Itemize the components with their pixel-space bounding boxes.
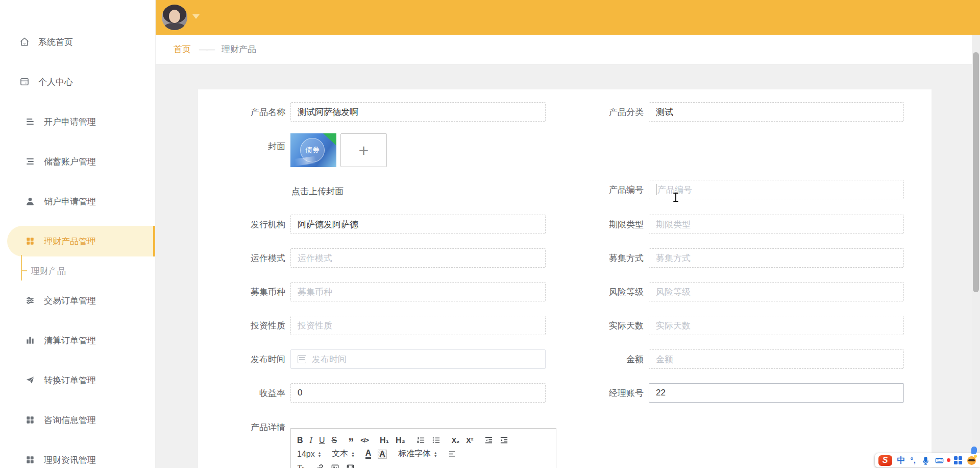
highlight-color-button[interactable]: A [378, 450, 387, 459]
outdent-icon[interactable] [484, 436, 493, 444]
avatar[interactable] [162, 5, 187, 30]
text-style-select[interactable]: 文本 [332, 449, 354, 459]
code-button[interactable]: </> [360, 437, 369, 443]
issuer-input[interactable]: 阿萨德发阿萨德 [290, 215, 546, 234]
operation-mode-field: 运作模式 运作模式 [198, 248, 546, 268]
updown-arrows-icon [352, 451, 354, 457]
subscript-button[interactable]: X₂ [452, 437, 460, 444]
term-type-input[interactable]: 期限类型 [649, 215, 904, 234]
ime-pin-icon [971, 447, 977, 454]
sidebar-item-conversion-orders[interactable]: 转换订单管理 [0, 360, 155, 400]
updown-arrows-icon [434, 451, 437, 457]
investment-nature-input[interactable]: 投资性质 [290, 316, 546, 335]
sidebar-subitem-wealth-product[interactable]: 理财产品 [0, 261, 155, 280]
heading2-button[interactable]: H₂ [396, 436, 405, 444]
raise-currency-input[interactable]: 募集币种 [290, 282, 546, 301]
amount-input[interactable]: 金额 [649, 349, 904, 369]
clear-format-sub: x [302, 465, 304, 468]
image-icon[interactable] [331, 463, 339, 468]
sidebar-item-label: 个人中心 [38, 76, 73, 88]
align-icon[interactable] [448, 450, 456, 458]
top-header [156, 0, 980, 35]
scrollbar-thumb[interactable] [973, 52, 979, 292]
field-label: 期限类型 [556, 219, 644, 230]
cover-thumbnail[interactable]: 债券 [290, 133, 336, 167]
sidebar-item-wealth-product-mgmt[interactable]: 理财产品管理 [0, 221, 155, 261]
grid-icon [24, 235, 36, 247]
input-value: 22 [656, 388, 666, 398]
underline-button[interactable]: U [319, 436, 325, 444]
risk-level-input[interactable]: 风险等级 [649, 282, 904, 301]
field-label: 募集方式 [556, 252, 644, 264]
sidebar: 系统首页 个人中心 开户申请管理 储蓄账户管理 [0, 0, 156, 468]
field-label: 募集币种 [198, 286, 285, 298]
input-placeholder: 期限类型 [656, 219, 691, 230]
link-icon[interactable] [315, 463, 324, 468]
field-label: 投资性质 [198, 320, 285, 332]
sidebar-item-label: 转换订单管理 [44, 375, 96, 386]
superscript-button[interactable]: X² [466, 437, 473, 444]
breadcrumb-separator: —— [199, 44, 213, 55]
sidebar-item-trade-orders[interactable]: 交易订单管理 [0, 280, 155, 320]
italic-button[interactable]: I [310, 436, 312, 444]
cover-thumb-text: 债券 [305, 146, 320, 155]
text-color-button[interactable]: A [365, 449, 372, 459]
issuer-field: 发行机构 阿萨德发阿萨德 [198, 215, 546, 234]
sidebar-item-personal-center[interactable]: 个人中心 [0, 62, 155, 102]
sidebar-item-label: 销户申请管理 [44, 196, 96, 207]
vertical-scrollbar[interactable] [972, 35, 980, 468]
punctuation-mode-icon[interactable]: °, [911, 456, 917, 464]
notification-dot [947, 458, 950, 462]
yield-rate-input[interactable]: 0 [290, 383, 546, 403]
actual-days-input[interactable]: 实际天数 [649, 316, 904, 335]
input-value: 测试 [656, 106, 673, 118]
sidebar-item-clearing-orders[interactable]: 清算订单管理 [0, 320, 155, 360]
field-label: 收益率 [198, 387, 285, 399]
sidebar-item-savings-account[interactable]: 储蓄账户管理 [0, 142, 155, 181]
clear-format-button[interactable]: Tx [297, 464, 304, 468]
sidebar-item-account-close[interactable]: 销户申请管理 [0, 181, 155, 221]
input-placeholder: 金额 [656, 354, 673, 365]
heading1-button[interactable]: H₁ [380, 436, 389, 444]
editor-toolbar: B I U S ” </> H₁ H₂ X₂ [291, 429, 556, 468]
sidebar-item-consult-info[interactable]: 咨询信息管理 [0, 400, 155, 440]
field-label: 风险等级 [556, 286, 644, 298]
indent-icon[interactable] [500, 436, 508, 444]
operation-mode-input[interactable]: 运作模式 [290, 248, 546, 268]
list-icon [24, 155, 36, 168]
strikethrough-button[interactable]: S [331, 436, 337, 444]
product-detail-editor[interactable]: B I U S ” </> H₁ H₂ X₂ [290, 428, 556, 468]
raise-method-input[interactable]: 募集方式 [649, 248, 904, 268]
chevron-down-icon[interactable] [192, 14, 200, 19]
sidebar-item-label: 咨询信息管理 [44, 414, 96, 426]
category-input[interactable]: 测试 [649, 102, 904, 122]
microphone-icon[interactable] [921, 456, 930, 465]
sidebar-item-account-open[interactable]: 开户申请管理 [0, 102, 155, 142]
cover-upload-button[interactable]: + [340, 133, 387, 167]
ordered-list-icon[interactable] [416, 436, 425, 444]
cover-field: 封面 债券 + [198, 133, 546, 167]
field-label: 经理账号 [556, 387, 644, 399]
font-size-select[interactable]: 14px [297, 450, 321, 459]
sogou-logo-icon[interactable]: S [878, 455, 892, 466]
sidebar-subitem-label: 理财产品 [31, 265, 66, 277]
blockquote-button[interactable]: ” [348, 436, 354, 445]
keyboard-icon[interactable] [935, 456, 944, 465]
video-icon[interactable] [346, 463, 355, 468]
breadcrumb-home-link[interactable]: 首页 [174, 43, 191, 55]
field-label: 产品详情 [198, 422, 285, 433]
publish-time-input[interactable]: 发布时间 [290, 349, 546, 369]
toolbox-grid-icon[interactable] [954, 456, 962, 464]
ime-language-mode[interactable]: 中 [897, 455, 905, 466]
product-name-input[interactable]: 测试阿萨德发啊 [290, 102, 546, 122]
field-label: 封面 [198, 133, 285, 167]
bullet-list-icon[interactable] [432, 436, 440, 444]
sidebar-item-wealth-news[interactable]: 理财资讯管理 [0, 440, 155, 468]
emoji-icon[interactable] [967, 456, 976, 465]
ime-toolbar: S 中 °, [875, 453, 980, 467]
product-no-input[interactable]: 产品编号 [649, 180, 904, 199]
manager-account-input[interactable]: 22 [649, 383, 904, 403]
font-family-select[interactable]: 标准字体 [398, 449, 437, 459]
sidebar-item-system-home[interactable]: 系统首页 [0, 22, 155, 62]
bold-button[interactable]: B [297, 436, 303, 444]
